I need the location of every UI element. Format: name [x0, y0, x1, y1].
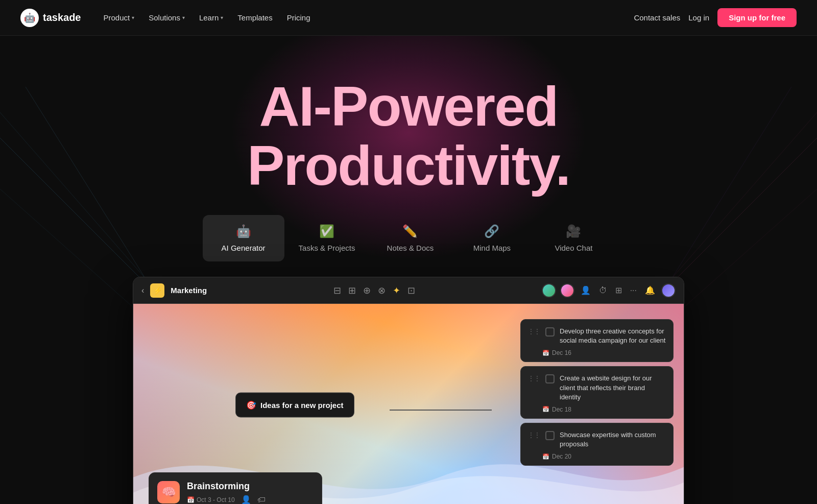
- task-checkbox-3[interactable]: [545, 431, 555, 440]
- timer-icon[interactable]: ⏱: [597, 284, 609, 297]
- table-icon[interactable]: ⊗: [378, 285, 386, 296]
- toolbar-right: 👤 ⏱ ⊞ ··· 🔔: [542, 283, 676, 298]
- brainstorm-content: Brainstorming 📅 Oct 3 - Oct 10 👤 🏷: [187, 481, 266, 504]
- tab-notes-docs[interactable]: ✏️ Notes & Docs: [369, 215, 451, 261]
- brainstorm-card: 🧠 Brainstorming 📅 Oct 3 - Oct 10 👤 🏷: [149, 472, 322, 504]
- share-icon[interactable]: ✦: [393, 285, 400, 296]
- notes-icon: ✏️: [402, 224, 418, 238]
- bell-icon[interactable]: 🔔: [643, 283, 657, 297]
- task-text-2: Create a website design for our client t…: [560, 374, 666, 402]
- drag-handle-icon-2[interactable]: ⋮⋮: [528, 375, 540, 382]
- task-text-3: Showcase expertise with custom proposals: [560, 430, 666, 449]
- ideas-emoji: 🎯: [246, 400, 256, 410]
- avatar-2: [560, 283, 574, 298]
- tab-mind-maps[interactable]: 🔗 Mind Maps: [451, 215, 533, 261]
- feature-tabs: 🤖 AI Generator ✅ Tasks & Projects ✏️ Not…: [0, 215, 817, 261]
- navbar: 🤖 taskade Product ▾ Solutions ▾ Learn ▾ …: [0, 0, 817, 36]
- nav-pricing[interactable]: Pricing: [281, 9, 317, 26]
- project-icon: ⚡: [150, 283, 164, 298]
- layout-icon[interactable]: ⊞: [613, 283, 624, 297]
- task-date-1: 📅 Dec 16: [542, 349, 666, 356]
- more-icon[interactable]: ···: [628, 284, 639, 297]
- brainstorm-title: Brainstorming: [187, 481, 266, 492]
- task-card-header-3: ⋮⋮ Showcase expertise with custom propos…: [528, 430, 666, 449]
- nav-product[interactable]: Product ▾: [98, 9, 141, 26]
- calendar-icon-1: 📅: [542, 350, 549, 356]
- task-card-3: ⋮⋮ Showcase expertise with custom propos…: [520, 423, 674, 466]
- calendar-icon-2: 📅: [542, 406, 549, 413]
- learn-chevron-icon: ▾: [221, 15, 223, 20]
- back-button[interactable]: ‹: [141, 286, 144, 295]
- logo-icon: 🤖: [20, 9, 39, 27]
- user-avatar: [661, 283, 676, 298]
- nav-templates[interactable]: Templates: [231, 9, 278, 26]
- nav-learn[interactable]: Learn ▾: [193, 9, 229, 26]
- connector-line: [390, 410, 492, 411]
- view-list-icon[interactable]: ⊟: [333, 285, 341, 296]
- brainstorm-icon: 🧠: [157, 481, 180, 503]
- solutions-chevron-icon: ▾: [182, 15, 185, 20]
- nav-links: Product ▾ Solutions ▾ Learn ▾ Templates …: [98, 9, 317, 26]
- hero-title: AI-Powered Productivity.: [0, 77, 817, 195]
- ai-generator-icon: 🤖: [236, 224, 251, 238]
- toolbar-center: ⊟ ⊞ ⊕ ⊗ ✦ ⊡: [333, 285, 415, 296]
- view-grid-icon[interactable]: ⊞: [348, 285, 356, 296]
- signup-button[interactable]: Sign up for free: [717, 8, 797, 27]
- task-text-1: Develop three creative concepts for soci…: [560, 327, 666, 345]
- product-chevron-icon: ▾: [132, 15, 134, 20]
- task-card-2: ⋮⋮ Create a website design for our clien…: [520, 366, 674, 419]
- nav-solutions[interactable]: Solutions ▾: [142, 9, 191, 26]
- task-card-1: ⋮⋮ Develop three creative concepts for s…: [520, 319, 674, 362]
- brainstorm-users-icon: 👤: [241, 495, 251, 504]
- drag-handle-icon[interactable]: ⋮⋮: [528, 328, 540, 335]
- tab-tasks-projects[interactable]: ✅ Tasks & Projects: [284, 215, 370, 261]
- drag-handle-icon-3[interactable]: ⋮⋮: [528, 431, 540, 439]
- task-card-header-2: ⋮⋮ Create a website design for our clien…: [528, 374, 666, 402]
- structure-icon[interactable]: ⊡: [407, 285, 415, 296]
- tab-ai-generator[interactable]: 🤖 AI Generator: [203, 215, 284, 261]
- app-toolbar: ‹ ⚡ Marketing ⊟ ⊞ ⊕ ⊗ ✦ ⊡ 👤 ⏱ ⊞ ··· 🔔: [133, 277, 684, 304]
- logo[interactable]: 🤖 taskade: [20, 9, 81, 27]
- calendar-icon-3: 📅: [542, 453, 549, 460]
- brainstorm-meta: 📅 Oct 3 - Oct 10 👤 🏷: [187, 495, 266, 504]
- task-checkbox-1[interactable]: [545, 327, 555, 337]
- contact-sales-link[interactable]: Contact sales: [634, 13, 680, 22]
- tasks-icon: ✅: [319, 224, 334, 238]
- task-date-2: 📅 Dec 18: [542, 406, 666, 413]
- brainstorm-tag-icon: 🏷: [257, 495, 266, 505]
- hero-title-wrapper: AI-Powered Productivity.: [0, 36, 817, 195]
- tab-video-chat[interactable]: 🎥 Video Chat: [533, 215, 614, 261]
- nav-right: Contact sales Log in Sign up for free: [634, 8, 797, 27]
- ideas-node: 🎯 Ideas for a new project: [235, 393, 354, 418]
- add-member-icon[interactable]: 👤: [579, 283, 593, 297]
- brainstorm-date: 📅 Oct 3 - Oct 10: [187, 496, 235, 503]
- video-chat-icon: 🎥: [566, 224, 581, 238]
- toolbar-left: ‹ ⚡ Marketing: [141, 283, 207, 298]
- brainstorm-calendar-icon: 📅: [187, 496, 195, 503]
- task-date-3: 📅 Dec 20: [542, 453, 666, 460]
- calendar-icon[interactable]: ⊕: [363, 285, 371, 296]
- app-preview: ‹ ⚡ Marketing ⊟ ⊞ ⊕ ⊗ ✦ ⊡ 👤 ⏱ ⊞ ··· 🔔: [133, 277, 684, 504]
- project-title: Marketing: [171, 286, 207, 295]
- mind-maps-icon: 🔗: [484, 224, 499, 238]
- task-card-header-1: ⋮⋮ Develop three creative concepts for s…: [528, 327, 666, 345]
- task-checkbox-2[interactable]: [545, 374, 555, 383]
- logo-text: taskade: [43, 12, 81, 23]
- hero-section: AI-Powered Productivity. 🤖 AI Generator …: [0, 36, 817, 504]
- task-cards: ⋮⋮ Develop three creative concepts for s…: [520, 319, 674, 466]
- avatar-1: [542, 283, 556, 298]
- ideas-label: Ideas for a new project: [260, 401, 344, 410]
- nav-left: 🤖 taskade Product ▾ Solutions ▾ Learn ▾ …: [20, 9, 317, 27]
- login-link[interactable]: Log in: [688, 13, 709, 22]
- app-canvas: 🎯 Ideas for a new project ⋮⋮ Develop thr…: [133, 304, 684, 504]
